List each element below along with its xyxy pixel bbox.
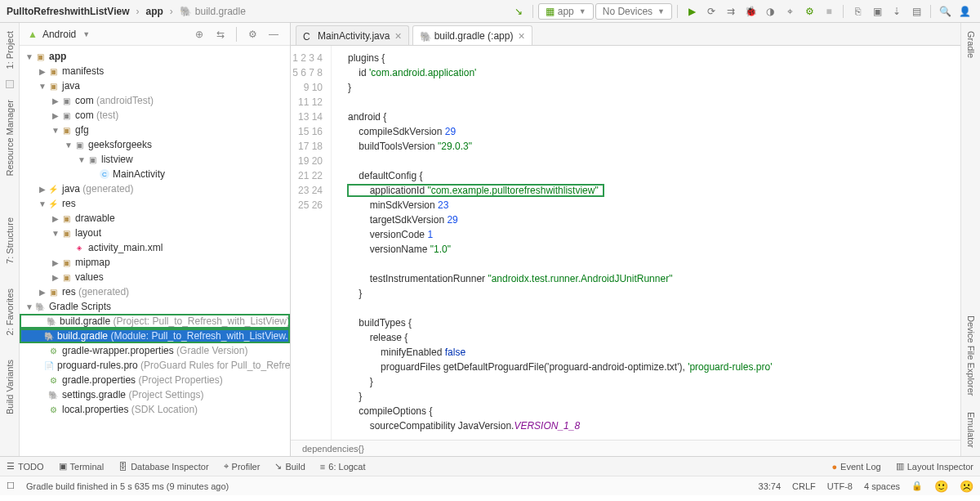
project-panel-header: ▲Android▼ ⊕ ⇆ ⚙ —: [20, 23, 290, 46]
collapse-icon[interactable]: ⇆: [212, 26, 229, 42]
avd-manager-icon[interactable]: ▣: [868, 2, 886, 20]
coverage-icon[interactable]: ◑: [761, 2, 779, 20]
search-icon[interactable]: 🔍: [936, 2, 954, 20]
settings-icon[interactable]: ⚙: [244, 26, 261, 42]
tool-favorites[interactable]: 2: Favorites: [2, 280, 18, 343]
sync-gradle-icon[interactable]: ↘: [510, 2, 528, 20]
git-icon[interactable]: ⎘: [849, 2, 866, 20]
inspection-icon[interactable]: 🔒: [911, 481, 923, 491]
feedback-smile-icon[interactable]: 🙂: [934, 480, 948, 493]
breadcrumb-module[interactable]: app: [145, 6, 163, 17]
bottom-tool-stripe: ☰ TODO ▣ Terminal 🗄 Database Inspector ⌖…: [0, 456, 980, 476]
tool-event-log[interactable]: ● Event Log: [831, 462, 880, 472]
device-selector[interactable]: No Devices▼: [595, 3, 672, 20]
tool-profiler[interactable]: ⌖ Profiler: [224, 461, 261, 472]
project-view-mode[interactable]: Android: [42, 29, 76, 40]
tool-indicator[interactable]: [6, 80, 14, 88]
debug-icon[interactable]: 🐞: [742, 2, 760, 20]
editor-breadcrumbs[interactable]: dependencies{}: [291, 440, 960, 456]
left-tool-stripe: 1: Project Resource Manager 7: Structure…: [0, 23, 20, 456]
tool-structure[interactable]: 7: Structure: [2, 209, 18, 272]
indent-setting[interactable]: 4 spaces: [864, 481, 900, 491]
project-tool-window: ▲Android▼ ⊕ ⇆ ⚙ — ▼▣app ▶▣manifests ▼▣ja…: [20, 23, 291, 456]
line-gutter: 1 2 3 4 5 6 7 8 9 10 11 12 13 14 15 16 1…: [291, 46, 332, 440]
locate-icon[interactable]: ⊕: [191, 26, 207, 42]
caret-position[interactable]: 33:74: [759, 481, 782, 491]
run-icon[interactable]: ▶: [683, 2, 701, 20]
file-encoding[interactable]: UTF-8: [827, 481, 853, 491]
close-icon[interactable]: ×: [394, 29, 401, 42]
android-icon: ▲: [28, 29, 38, 40]
feedback-frown-icon[interactable]: ☹️: [960, 480, 973, 493]
tool-build-variants[interactable]: Build Variants: [2, 351, 18, 423]
tool-gradle[interactable]: Gradle: [963, 23, 979, 66]
tool-project[interactable]: 1: Project: [2, 23, 18, 77]
hide-icon[interactable]: —: [265, 26, 282, 42]
user-icon[interactable]: 👤: [956, 2, 973, 20]
breadcrumb-project[interactable]: PulltoRefreshwithListView: [7, 6, 129, 17]
profile-icon[interactable]: ⌖: [781, 2, 799, 20]
code-content[interactable]: plugins { id 'com.android.application' }…: [332, 46, 960, 440]
project-tree[interactable]: ▼▣app ▶▣manifests ▼▣java ▶▣com (androidT…: [20, 46, 290, 456]
status-bar: ☐ Gradle build finished in 5 s 635 ms (9…: [0, 476, 980, 495]
breadcrumb: PulltoRefreshwithListView › app › 🐘 buil…: [7, 6, 246, 17]
tool-build[interactable]: ↘ Build: [274, 461, 305, 472]
tool-logcat[interactable]: ≡ 6: Logcat: [320, 462, 366, 472]
editor-area: CMainActivity.java× 🐘build.gradle (:app)…: [291, 23, 960, 456]
tool-emulator[interactable]: Emulator: [963, 404, 979, 456]
tool-device-file-explorer[interactable]: Device File Explorer: [963, 307, 979, 404]
editor-tab-buildgradle[interactable]: 🐘build.gradle (:app)×: [412, 25, 532, 45]
tool-terminal[interactable]: ▣ Terminal: [59, 461, 105, 472]
status-message: Gradle build finished in 5 s 635 ms (9 m…: [26, 481, 229, 491]
editor-tabs: CMainActivity.java× 🐘build.gradle (:app)…: [291, 23, 960, 46]
editor-tab-mainactivity[interactable]: CMainActivity.java×: [296, 25, 409, 45]
stop-icon[interactable]: ■: [820, 2, 838, 20]
apply-changes-icon[interactable]: ⟳: [702, 2, 720, 20]
tool-db-inspector[interactable]: 🗄 Database Inspector: [118, 462, 208, 472]
status-message-icon: ☐: [7, 481, 15, 491]
sdk-manager-icon[interactable]: ⇣: [888, 2, 906, 20]
apply-code-icon[interactable]: ⇉: [722, 2, 740, 20]
tool-todo[interactable]: ☰ TODO: [7, 461, 44, 472]
code-editor[interactable]: 1 2 3 4 5 6 7 8 9 10 11 12 13 14 15 16 1…: [291, 46, 960, 440]
breadcrumb-file[interactable]: build.gradle: [195, 6, 246, 17]
attach-debugger-icon[interactable]: ⚙: [800, 2, 818, 20]
run-config-selector[interactable]: ▦app▼: [538, 3, 594, 20]
resource-manager-icon[interactable]: ▤: [907, 2, 925, 20]
tool-resource-manager[interactable]: Resource Manager: [2, 92, 18, 185]
top-toolbar: PulltoRefreshwithListView › app › 🐘 buil…: [0, 0, 980, 23]
line-separator[interactable]: CRLF: [792, 481, 816, 491]
tree-selected-row[interactable]: ▶🐘build.gradle (Module: Pull_to_Refresh_…: [20, 329, 290, 343]
tool-layout-inspector[interactable]: ▥ Layout Inspector: [896, 461, 973, 472]
close-icon[interactable]: ×: [518, 29, 524, 42]
right-tool-stripe: Gradle Device File Explorer Emulator: [960, 23, 980, 456]
